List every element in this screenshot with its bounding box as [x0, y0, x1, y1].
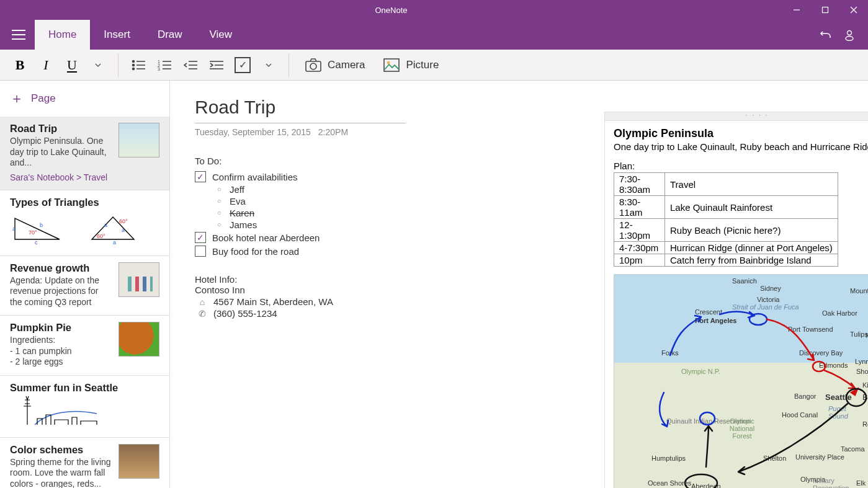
page-title: Pumpkin Pie	[10, 322, 112, 334]
page-item-summer[interactable]: Summer fun in Seattle	[0, 376, 169, 438]
note-title[interactable]: Road Trip	[195, 97, 406, 118]
svg-text:a: a	[12, 226, 16, 232]
maximize-button[interactable]	[811, 0, 839, 20]
page-desc: Spring theme for the living room. Love t…	[10, 457, 112, 489]
map-image: Saanich Sidney Victoria Oak Harbor Mount…	[614, 274, 868, 488]
plan-table[interactable]: 7:30-8:30amTravel 8:30-11amLake Quinault…	[614, 172, 838, 267]
svg-point-41	[749, 314, 767, 325]
svg-point-8	[846, 37, 853, 41]
svg-text:a: a	[122, 227, 125, 233]
add-page-label: Page	[31, 92, 56, 105]
plus-icon: ＋	[10, 89, 24, 108]
svg-point-9	[133, 60, 135, 62]
table-row: 10pmCatch ferry from Bainbridge Island	[614, 254, 838, 267]
svg-rect-29	[384, 59, 399, 71]
plan-label: Plan:	[614, 161, 868, 171]
svg-point-11	[133, 64, 135, 66]
page-desc: Olympic Peninsula. One day trip to Lake …	[10, 136, 112, 169]
svg-rect-1	[823, 7, 828, 13]
svg-text:70°: 70°	[29, 229, 37, 236]
tags-more-button[interactable]	[257, 54, 280, 76]
svg-point-40	[700, 412, 715, 425]
svg-text:3: 3	[158, 67, 160, 71]
ribbon: B I U 123 ✓ Camera Picture	[0, 50, 868, 81]
table-row: 7:30-8:30amTravel	[614, 173, 838, 196]
hamburger-button[interactable]	[5, 20, 32, 50]
page-thumbnail	[119, 123, 159, 157]
camera-label: Camera	[328, 59, 365, 71]
app-title: OneNote	[0, 6, 782, 15]
bullet-list-button[interactable]	[127, 54, 150, 76]
svg-text:b: b	[40, 222, 43, 228]
close-button[interactable]	[839, 0, 868, 20]
embed-desc: One day trip to Lake Quinault, Ruby beac…	[614, 141, 868, 152]
embed-container[interactable]: ‹› Olympic Peninsula One day trip to Lak…	[604, 112, 868, 488]
page-desc: Ingredients: - 1 can pumpkin - 2 large e…	[10, 335, 112, 368]
ink-overlay	[614, 275, 868, 488]
tab-view[interactable]: View	[196, 20, 246, 50]
numbered-list-button[interactable]: 123	[153, 54, 176, 76]
svg-text:c: c	[35, 239, 38, 244]
page-item-pumpkin[interactable]: Pumpkin Pie Ingredients: - 1 can pumpkin…	[0, 316, 169, 376]
page-breadcrumb: Sara's Notebook > Travel	[10, 172, 112, 182]
note-date: Tuesday, September 15, 2015	[195, 127, 311, 137]
page-thumbnail	[119, 322, 159, 357]
svg-text:60°: 60°	[97, 233, 105, 239]
page-title: Revenue growth	[10, 262, 112, 274]
tab-insert[interactable]: Insert	[90, 20, 144, 50]
table-row: 12-1:30pmRuby Beach (Picnic here?)	[614, 219, 838, 242]
italic-button[interactable]: I	[35, 54, 57, 76]
page-item-roadtrip[interactable]: Road Trip Olympic Peninsula. One day tri…	[0, 117, 169, 190]
add-page-button[interactable]: ＋ Page	[0, 81, 169, 117]
indent-button[interactable]	[205, 54, 228, 76]
table-row: 4-7:30pmHurrican Ridge (dinner at Port A…	[614, 242, 838, 254]
svg-point-7	[848, 31, 852, 35]
note-time: 2:20PM	[318, 127, 348, 137]
picture-button[interactable]: Picture	[376, 58, 446, 72]
svg-point-30	[387, 61, 390, 64]
checkbox-checked-icon[interactable]: ✓	[195, 171, 206, 182]
picture-label: Picture	[406, 59, 439, 71]
embed-drag-handle[interactable]: ‹›	[605, 112, 868, 121]
page-thumbnail	[119, 262, 159, 297]
page-title: Types of Triangles	[10, 197, 159, 208]
camera-icon	[305, 58, 321, 72]
titlebar: OneNote	[0, 0, 868, 20]
page-item-triangles[interactable]: Types of Triangles 70°bca 60°60°aaa	[0, 190, 169, 256]
page-desc: Agenda: Update on the revenue projection…	[10, 275, 112, 308]
embed-title: Olympic Peninsula	[614, 127, 868, 140]
svg-point-13	[133, 68, 135, 69]
seattle-sketch	[10, 395, 109, 427]
page-canvas[interactable]: Road Trip Tuesday, September 15, 20152:2…	[170, 81, 868, 488]
svg-text:a: a	[104, 222, 107, 228]
svg-text:60°: 60°	[119, 218, 128, 224]
sidebar: ＋ Page Road Trip Olympic Peninsula. One …	[0, 81, 170, 488]
home-icon: ⌂	[197, 297, 207, 307]
svg-point-44	[685, 474, 717, 488]
undo-button[interactable]	[820, 29, 832, 41]
phone-icon: ✆	[197, 309, 207, 319]
page-item-revenue[interactable]: Revenue growth Agenda: Update on the rev…	[0, 256, 169, 316]
hotel-address: 4567 Main St, Aberdeen, WA	[213, 296, 333, 307]
picture-icon	[383, 58, 400, 72]
bold-button[interactable]: B	[9, 54, 31, 76]
table-row: 8:30-11amLake Quinault Rainforest	[614, 196, 838, 219]
underline-button[interactable]: U	[61, 54, 83, 76]
font-more-button[interactable]	[87, 54, 109, 76]
page-title: Summer fun in Seattle	[10, 382, 159, 394]
todo-tag-button[interactable]: ✓	[231, 54, 254, 76]
triangles-thumbnail: 70°bca 60°60°aaa	[10, 210, 159, 248]
checkbox-checked-icon[interactable]: ✓	[195, 232, 206, 243]
minimize-button[interactable]	[782, 0, 811, 20]
svg-point-28	[310, 63, 316, 69]
outdent-button[interactable]	[179, 54, 202, 76]
tab-draw[interactable]: Draw	[144, 20, 196, 50]
share-button[interactable]	[843, 29, 856, 41]
hotel-phone: (360) 555-1234	[213, 308, 277, 319]
page-title: Road Trip	[10, 123, 112, 135]
page-thumbnail	[119, 444, 159, 479]
page-item-colors[interactable]: Color schemes Spring theme for the livin…	[0, 438, 169, 489]
checkbox-icon[interactable]	[195, 246, 206, 257]
tab-home[interactable]: Home	[35, 20, 90, 50]
camera-button[interactable]: Camera	[298, 58, 372, 72]
